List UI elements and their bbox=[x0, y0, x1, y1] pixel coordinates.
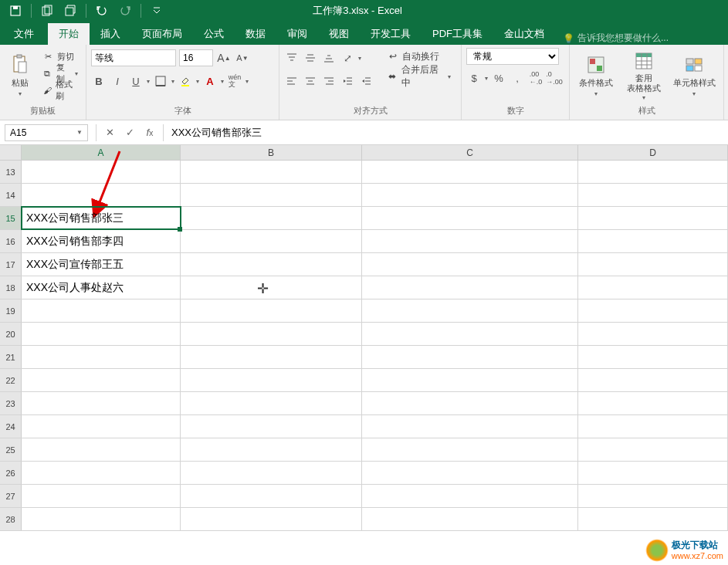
row-header[interactable]: 14 bbox=[0, 184, 22, 206]
fill-color-button[interactable] bbox=[178, 73, 193, 89]
cell[interactable] bbox=[362, 438, 578, 461]
row-header[interactable]: 23 bbox=[0, 392, 22, 414]
cell[interactable] bbox=[181, 369, 362, 391]
cancel-edit-button[interactable]: ✕ bbox=[100, 124, 120, 141]
row-header[interactable]: 19 bbox=[0, 299, 22, 322]
cell[interactable] bbox=[362, 323, 578, 345]
align-bottom-button[interactable] bbox=[321, 50, 337, 66]
orientation-button[interactable]: ⤢ bbox=[340, 50, 355, 66]
cell[interactable] bbox=[578, 276, 728, 299]
cell[interactable] bbox=[181, 276, 362, 299]
align-center-button[interactable] bbox=[303, 73, 318, 89]
decrease-indent-button[interactable] bbox=[340, 73, 355, 89]
cell[interactable] bbox=[362, 508, 578, 530]
cell[interactable] bbox=[362, 485, 578, 507]
row-header[interactable]: 21 bbox=[0, 346, 22, 368]
row-header[interactable]: 18 bbox=[0, 276, 22, 299]
paste-button[interactable]: 粘贴 ▾ bbox=[5, 48, 36, 103]
align-left-button[interactable] bbox=[284, 73, 300, 89]
row-header[interactable]: 28 bbox=[0, 508, 22, 530]
cell[interactable] bbox=[181, 438, 362, 461]
cell[interactable] bbox=[22, 392, 181, 414]
cell[interactable] bbox=[22, 485, 181, 507]
cell[interactable] bbox=[578, 184, 728, 206]
cell[interactable]: XXX公司宣传部王五 bbox=[22, 253, 181, 276]
name-box[interactable]: A15 ▼ bbox=[5, 124, 88, 141]
tab-file[interactable]: 文件 bbox=[0, 23, 48, 45]
decrease-font-button[interactable]: A▼ bbox=[235, 50, 250, 66]
italic-button[interactable]: I bbox=[110, 73, 125, 89]
cell-styles-button[interactable]: 单元格样式 ▾ bbox=[669, 48, 719, 103]
cell[interactable] bbox=[578, 230, 728, 252]
cell[interactable] bbox=[22, 462, 181, 484]
cell[interactable] bbox=[578, 438, 728, 461]
cell[interactable] bbox=[578, 485, 728, 507]
cell[interactable] bbox=[362, 184, 578, 206]
underline-button[interactable]: U bbox=[128, 73, 144, 89]
cell[interactable] bbox=[362, 161, 578, 183]
cell[interactable] bbox=[578, 253, 728, 276]
redo-button[interactable] bbox=[114, 2, 136, 20]
merge-center-button[interactable]: ⬌ 合并后居中 ▾ bbox=[381, 68, 456, 85]
cell[interactable] bbox=[22, 161, 181, 183]
decrease-decimal-button[interactable]: .0→.00 bbox=[547, 70, 562, 86]
cell[interactable] bbox=[181, 392, 362, 414]
cell[interactable] bbox=[578, 462, 728, 484]
cell[interactable] bbox=[362, 207, 578, 229]
select-all-corner[interactable] bbox=[0, 145, 22, 160]
tab-insert[interactable]: 插入 bbox=[90, 23, 131, 45]
cell[interactable] bbox=[578, 415, 728, 438]
bold-button[interactable]: B bbox=[91, 73, 107, 89]
tab-formulas[interactable]: 公式 bbox=[193, 23, 235, 45]
number-format-select[interactable]: 常规 bbox=[466, 48, 559, 65]
cell[interactable] bbox=[578, 161, 728, 183]
cell[interactable] bbox=[578, 323, 728, 345]
font-name-select[interactable] bbox=[91, 49, 176, 66]
cell[interactable] bbox=[181, 485, 362, 507]
qat-button-2[interactable] bbox=[59, 2, 81, 20]
tab-pdf-tools[interactable]: PDF工具集 bbox=[422, 23, 493, 45]
cell[interactable] bbox=[578, 299, 728, 322]
cell[interactable] bbox=[181, 508, 362, 530]
accounting-format-button[interactable]: $ bbox=[466, 70, 482, 86]
cell[interactable] bbox=[578, 392, 728, 414]
cell[interactable] bbox=[362, 230, 578, 252]
tab-review[interactable]: 审阅 bbox=[276, 23, 318, 45]
column-header[interactable]: C bbox=[362, 145, 578, 160]
cell[interactable] bbox=[181, 207, 362, 229]
cell[interactable] bbox=[181, 462, 362, 484]
conditional-format-button[interactable]: 条件格式 ▾ bbox=[574, 48, 618, 103]
undo-button[interactable] bbox=[91, 2, 113, 20]
cell[interactable] bbox=[22, 508, 181, 530]
phonetic-button[interactable]: wén文 bbox=[227, 73, 242, 89]
row-header[interactable]: 25 bbox=[0, 438, 22, 461]
cell[interactable] bbox=[181, 253, 362, 276]
cell[interactable] bbox=[362, 346, 578, 368]
tab-home[interactable]: 开始 bbox=[48, 23, 90, 45]
cell[interactable] bbox=[181, 415, 362, 438]
tab-developer[interactable]: 开发工具 bbox=[360, 23, 422, 45]
cell[interactable] bbox=[362, 299, 578, 322]
formula-input[interactable] bbox=[167, 124, 728, 141]
row-header[interactable]: 13 bbox=[0, 161, 22, 183]
cell[interactable] bbox=[22, 184, 181, 206]
font-size-select[interactable] bbox=[179, 49, 213, 66]
confirm-edit-button[interactable]: ✓ bbox=[120, 124, 140, 141]
row-header[interactable]: 24 bbox=[0, 415, 22, 438]
increase-indent-button[interactable] bbox=[358, 73, 374, 89]
align-right-button[interactable] bbox=[321, 73, 337, 89]
cell[interactable] bbox=[22, 299, 181, 322]
tell-me-search[interactable]: 💡 告诉我您想要做什么... bbox=[563, 32, 669, 45]
tab-page-layout[interactable]: 页面布局 bbox=[131, 23, 193, 45]
cell[interactable] bbox=[578, 369, 728, 391]
row-header[interactable]: 17 bbox=[0, 253, 22, 276]
comma-button[interactable]: , bbox=[510, 70, 525, 86]
qat-button-1[interactable] bbox=[36, 2, 58, 20]
tab-data[interactable]: 数据 bbox=[235, 23, 276, 45]
qat-customize-button[interactable] bbox=[146, 2, 168, 20]
format-painter-button[interactable]: 🖌 格式刷 bbox=[39, 82, 81, 99]
cell[interactable] bbox=[362, 392, 578, 414]
column-header[interactable]: B bbox=[181, 145, 362, 160]
cell[interactable] bbox=[181, 230, 362, 252]
cell[interactable] bbox=[362, 462, 578, 484]
